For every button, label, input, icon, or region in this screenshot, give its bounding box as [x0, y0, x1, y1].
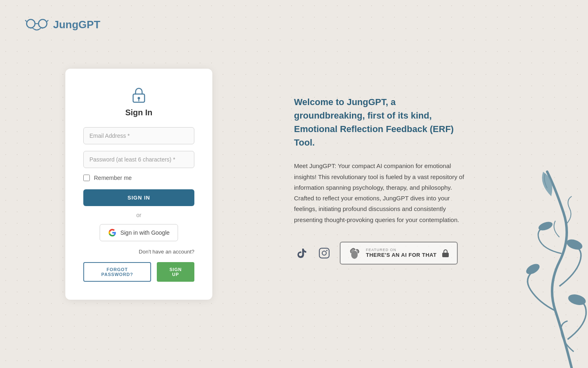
svg-rect-8 — [319, 248, 329, 258]
signin-button[interactable]: SIGN IN — [83, 189, 194, 206]
or-divider: or — [136, 212, 141, 218]
right-panel: Welcome to JungGPT, a groundbreaking, fi… — [278, 0, 588, 368]
svg-point-1 — [38, 20, 47, 28]
signin-card: Sign In Remember me SIGN IN or — [65, 69, 212, 300]
logo: JungGPT — [24, 16, 100, 33]
svg-point-16 — [567, 293, 587, 307]
vine-decoration — [457, 164, 588, 368]
welcome-body: Meet JungGPT: Your compact AI companion … — [294, 161, 470, 225]
forgot-password-button[interactable]: FORGOT PASSWORD? — [83, 262, 151, 282]
google-logo-icon — [108, 229, 116, 237]
featured-badge-icon — [347, 246, 362, 260]
featured-badge: FEATURED ON THERE'S AN AI FOR THAT — [340, 242, 458, 265]
svg-line-3 — [25, 20, 27, 21]
password-input[interactable] — [83, 151, 194, 168]
left-panel: JungGPT Sign In Remember me SIGN — [0, 0, 278, 368]
google-button-label: Sign in with Google — [120, 229, 170, 236]
email-group — [83, 127, 194, 144]
no-account-text: Don't have an account? — [139, 249, 194, 255]
svg-point-9 — [322, 251, 326, 255]
lock-icon — [129, 85, 149, 105]
featured-badge-text: FEATURED ON THERE'S AN AI FOR THAT — [366, 248, 437, 258]
svg-point-0 — [27, 20, 35, 28]
featured-on-label: FEATURED ON — [366, 248, 437, 252]
google-signin-button[interactable]: Sign in with Google — [100, 224, 178, 241]
remember-row: Remember me — [83, 175, 194, 181]
svg-point-14 — [565, 238, 584, 251]
logo-icon — [24, 16, 49, 33]
signup-button[interactable]: SIGN UP — [157, 262, 194, 282]
svg-line-4 — [47, 20, 48, 21]
tiktok-icon[interactable] — [294, 246, 309, 260]
instagram-icon[interactable] — [317, 246, 332, 260]
bottom-buttons: FORGOT PASSWORD? SIGN UP — [83, 262, 194, 282]
welcome-heading: Welcome to JungGPT, a groundbreaking, fi… — [294, 95, 466, 149]
logo-text: JungGPT — [53, 18, 100, 31]
svg-rect-12 — [442, 253, 449, 257]
card-title: Sign In — [125, 108, 153, 117]
password-group — [83, 151, 194, 168]
svg-point-10 — [326, 250, 327, 251]
svg-point-15 — [537, 220, 554, 232]
featured-name-label: THERE'S AN AI FOR THAT — [366, 252, 437, 258]
email-input[interactable] — [83, 127, 194, 144]
social-row: FEATURED ON THERE'S AN AI FOR THAT — [294, 242, 555, 265]
badge-lock-icon — [441, 248, 450, 258]
remember-checkbox[interactable] — [83, 175, 90, 181]
remember-label: Remember me — [94, 175, 132, 181]
